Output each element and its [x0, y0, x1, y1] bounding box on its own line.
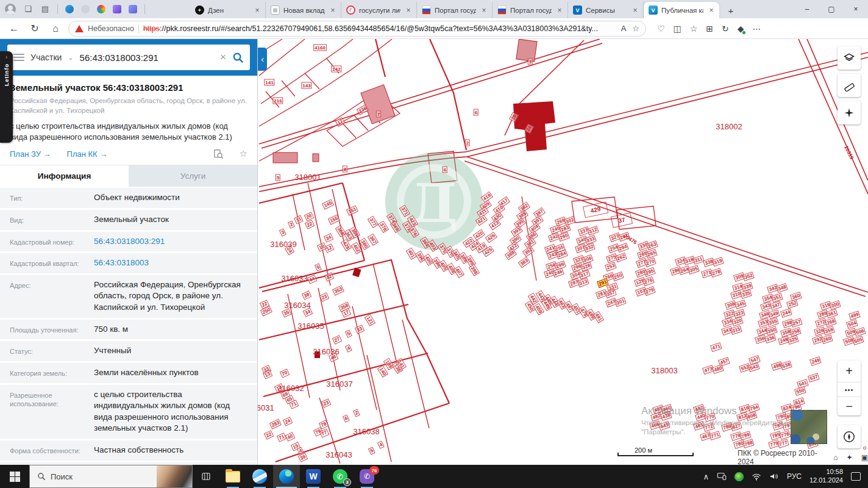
browser-tab[interactable]: Ггосуслуги лич×: [341, 2, 417, 18]
extension-icon[interactable]: [97, 5, 105, 13]
language-indicator[interactable]: РУС: [787, 472, 802, 481]
row-value-link[interactable]: 56:43:0318003:291: [94, 236, 165, 248]
parcel-label[interactable]: 216: [272, 98, 283, 104]
search-box[interactable]: Участки ⌄ ×: [7, 45, 250, 70]
parcel-label[interactable]: 142: [331, 66, 341, 73]
favorites-icon[interactable]: ☆: [690, 24, 698, 34]
quarter-label[interactable]: 316039: [270, 240, 296, 249]
tab-close-icon[interactable]: ×: [329, 6, 337, 15]
tab-information[interactable]: Информация: [0, 165, 129, 187]
quarter-label[interactable]: 316034: [284, 301, 310, 310]
plan-kk-link[interactable]: План КК →: [67, 149, 108, 159]
map-more-button[interactable]: •••: [838, 382, 861, 397]
parcel-label[interactable]: 3: [528, 59, 533, 65]
row-value-link[interactable]: 56:43:0318003: [94, 257, 149, 269]
my-location-button[interactable]: [838, 425, 861, 448]
quarter-label[interactable]: 316038: [353, 427, 379, 436]
quarter-label[interactable]: 316037: [326, 379, 352, 389]
taskbar-app-word[interactable]: W: [300, 465, 327, 488]
taskbar-app-whatsapp[interactable]: ✆3: [327, 465, 354, 488]
letinfo-extension-ribbon[interactable]: › LetInfo: [0, 51, 13, 143]
chevron-down-icon[interactable]: ⌄: [68, 54, 73, 62]
panel-collapse-button[interactable]: ‹: [258, 48, 267, 71]
search-icon[interactable]: [232, 52, 244, 63]
vertical-tabs-icon[interactable]: ▤: [40, 4, 50, 14]
tab-close-icon[interactable]: ×: [404, 6, 413, 15]
favorite-icon[interactable]: ☆: [240, 148, 247, 159]
reload-button[interactable]: ↻: [27, 21, 43, 37]
notification-center-icon[interactable]: [851, 472, 861, 481]
split-screen-icon[interactable]: ◫: [674, 24, 681, 34]
parcel-label[interactable]: 143: [301, 82, 311, 89]
display-connect-icon[interactable]: [717, 472, 727, 481]
zoom-to-object-icon[interactable]: [213, 149, 224, 159]
tab-actions-icon[interactable]: ❏: [23, 4, 33, 14]
quarter-label[interactable]: 316033: [281, 274, 307, 283]
start-button[interactable]: [0, 465, 29, 488]
taskbar-app-paint[interactable]: [246, 465, 273, 488]
history-icon[interactable]: ↻: [722, 24, 729, 34]
taskbar-app-explorer[interactable]: [219, 465, 246, 488]
parcel-label[interactable]: 7: [376, 111, 381, 118]
taskbar-search-box[interactable]: Поиск: [29, 465, 193, 488]
layers-button[interactable]: [838, 46, 861, 70]
browser-tab[interactable]: Портал госуда×: [417, 2, 493, 18]
overview-minimap[interactable]: [791, 410, 827, 444]
parcel-label[interactable]: 6: [443, 167, 447, 173]
tray-expand-icon[interactable]: ∧: [703, 472, 709, 481]
tab-close-icon[interactable]: ×: [631, 6, 639, 15]
menu-icon[interactable]: [13, 54, 24, 61]
parcel-label[interactable]: 4160: [313, 45, 327, 51]
zoom-in-button[interactable]: +: [838, 361, 861, 382]
quarter-label[interactable]: 316043: [326, 450, 352, 459]
parcel-label[interactable]: 5: [276, 174, 280, 181]
tab-close-icon[interactable]: ×: [480, 6, 488, 15]
extension-icon[interactable]: [113, 5, 121, 13]
plan-zu-link[interactable]: План ЗУ →: [10, 149, 51, 159]
cadastral-map[interactable]: Д 41841740941041143042141342042642242441…: [258, 39, 868, 465]
taskbar-app-viber[interactable]: ✆76: [354, 465, 380, 488]
favorite-star-icon[interactable]: ☆: [632, 24, 639, 33]
url-text[interactable]: https://pkk.rosreestr.ru/#/search/51.223…: [143, 24, 617, 33]
quarter-label[interactable]: 316035: [297, 321, 324, 331]
task-view-button[interactable]: [193, 465, 219, 488]
locate-object-button[interactable]: [838, 101, 861, 124]
profile-avatar-icon[interactable]: [5, 4, 16, 15]
browser-tab[interactable]: Портал госуда×: [493, 2, 568, 18]
home-icon[interactable]: ⌂: [833, 453, 838, 462]
extensions-icon[interactable]: ◆: [738, 24, 744, 34]
browser-tab[interactable]: ▤Новая вкладк×: [266, 2, 341, 18]
measure-button[interactable]: [838, 74, 861, 97]
collections-icon[interactable]: ⊞: [706, 24, 713, 34]
search-category[interactable]: Участки: [30, 52, 62, 62]
taskbar-app-edge[interactable]: [273, 465, 300, 488]
antivirus-tray-icon[interactable]: [735, 472, 744, 481]
close-button[interactable]: ×: [844, 0, 868, 18]
home-button[interactable]: ⌂: [48, 21, 63, 37]
tab-services[interactable]: Услуги: [129, 165, 257, 187]
marker-icon[interactable]: ✦: [847, 453, 853, 462]
quarter-label[interactable]: 316031: [258, 403, 274, 412]
search-highlight-image[interactable]: [157, 465, 192, 487]
quarter-label[interactable]: 316036: [313, 347, 339, 356]
quarter-label[interactable]: 318003: [651, 366, 677, 375]
wifi-icon[interactable]: [752, 473, 761, 481]
tab-close-icon[interactable]: ×: [555, 6, 564, 15]
extension-icon[interactable]: [81, 5, 90, 13]
volume-icon[interactable]: [769, 472, 779, 481]
parcel-label[interactable]: 8: [343, 166, 347, 173]
parcel-label[interactable]: 6: [474, 109, 478, 116]
security-label[interactable]: Небезопасно: [88, 24, 134, 33]
address-bar[interactable]: Небезопасно https://pkk.rosreestr.ru/#/s…: [68, 21, 646, 37]
browser-tab[interactable]: +Дзен×: [190, 2, 266, 18]
workspace-icon[interactable]: [65, 5, 74, 13]
parcel-label[interactable]: 2: [465, 140, 470, 146]
browser-tab[interactable]: VСервисы×: [568, 2, 644, 18]
read-aloud-icon[interactable]: A: [621, 24, 627, 33]
clock[interactable]: 10:58 12.01.2024: [809, 468, 843, 485]
search-input[interactable]: [80, 52, 215, 63]
extension-icon[interactable]: [129, 5, 137, 13]
clear-search-icon[interactable]: ×: [220, 51, 226, 63]
quarter-label[interactable]: 318002: [716, 122, 742, 131]
quarter-label[interactable]: 318001: [294, 173, 321, 182]
